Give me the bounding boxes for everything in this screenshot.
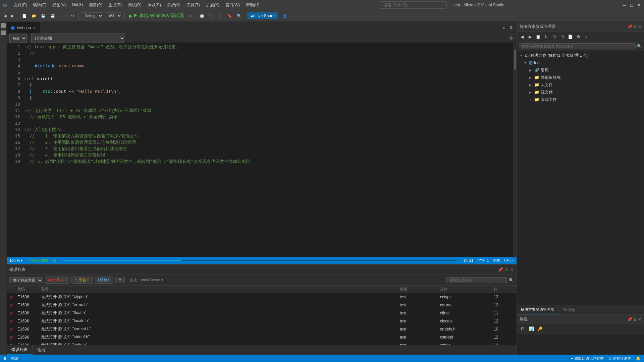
status-col[interactable]: 字符: 1	[477, 258, 489, 263]
se-filter-btn[interactable]: ⚙	[575, 33, 582, 41]
error-filter-select[interactable]: 整个解决方案	[9, 277, 43, 283]
col-project[interactable]: 项目	[400, 287, 440, 292]
menu-edit[interactable]: 编辑(E)	[30, 2, 49, 9]
se-menu-btn[interactable]: ≡	[583, 33, 590, 41]
status-add-source[interactable]: + 添加到源代码管理	[571, 356, 603, 361]
activity-icon-1[interactable]	[1, 23, 6, 28]
tab-close-btn[interactable]: ✕	[33, 26, 36, 30]
account-btn[interactable]: 👤	[281, 13, 289, 19]
forward-btn[interactable]: ▶	[9, 13, 15, 19]
editor-scrollbar[interactable]	[513, 43, 517, 257]
se-refresh-btn[interactable]: ↻	[542, 33, 550, 41]
se-float-btn[interactable]: ⧉	[634, 24, 637, 29]
props-key-btn[interactable]: 🔑	[536, 325, 544, 333]
error-count-badge[interactable]: ⊘ 错误 477	[45, 277, 69, 284]
menu-help[interactable]: 帮助(H)	[243, 2, 262, 9]
maximize-btn[interactable]: □	[629, 3, 634, 7]
tree-source-files[interactable]: ▶ 📁 源文件	[517, 88, 644, 96]
save-btn[interactable]: 💾	[39, 13, 47, 19]
tab-output[interactable]: 输出	[33, 345, 50, 355]
bookmark-btn[interactable]: 🔖	[226, 13, 234, 19]
status-zoom[interactable]: 100 % ▾	[9, 258, 23, 263]
error-row[interactable]: ⊘ E1696 无法打开 源 文件 "stdio.h" test cstdio …	[7, 341, 517, 345]
error-search-input[interactable]	[446, 277, 507, 283]
se-new-file-btn[interactable]: 📄	[567, 33, 574, 41]
props-close-btn[interactable]: ✕	[638, 317, 641, 322]
run-no-debug-btn[interactable]: ▷	[187, 13, 193, 19]
step-in-btn[interactable]: ⬛	[216, 13, 224, 19]
open-btn[interactable]: 📁	[30, 13, 38, 19]
tab-settings-btn[interactable]: ⚙	[508, 25, 515, 31]
error-row[interactable]: ⊘ E1696 无法打开 源 文件 "locale.h" test clocal…	[7, 317, 517, 325]
col-code[interactable]: 代码	[17, 287, 41, 292]
menu-view[interactable]: 视图(V)	[50, 2, 68, 9]
close-btn[interactable]: ✕	[637, 3, 641, 7]
tree-solution-root[interactable]: ▼ 🗂 解决方案 "test"(1 个项目/共 1 个)	[517, 52, 644, 59]
col-file[interactable]: 文件	[440, 287, 494, 292]
filter-icon-btn[interactable]: ⚑	[115, 277, 125, 283]
menu-project[interactable]: 项目(P)	[86, 2, 105, 9]
error-row[interactable]: ⊘ E1696 无法打开 源 文件 "stddef.h" test cstdde…	[7, 333, 517, 341]
menu-debug[interactable]: 调试(D)	[125, 2, 144, 9]
minimize-btn[interactable]: ─	[622, 3, 627, 7]
menu-extensions[interactable]: 扩展(X)	[203, 2, 222, 9]
panel-float-btn[interactable]: ⧉	[505, 267, 508, 273]
live-share-btn[interactable]: ⇄ Live Share	[247, 12, 278, 19]
save-all-btn[interactable]: 💾	[49, 13, 57, 19]
menu-git[interactable]: Git(G)	[69, 2, 86, 9]
redo-btn[interactable]: ↪	[69, 13, 76, 19]
se-close-btn[interactable]: ✕	[638, 24, 641, 29]
tab-git-changes[interactable]: Git 更改	[558, 305, 580, 314]
se-forward-btn[interactable]: ▶	[526, 33, 534, 41]
tree-header-files[interactable]: ▶ 📁 头文件	[517, 81, 644, 88]
tree-project-test[interactable]: ▼ ▦ test	[517, 59, 644, 66]
menu-test[interactable]: 测试(S)	[145, 2, 164, 9]
status-line[interactable]: 行: 21	[464, 258, 473, 263]
breakpoint-btn[interactable]: ⬤	[198, 13, 206, 19]
status-encoding[interactable]: CRLF	[504, 258, 514, 263]
se-collapse-btn[interactable]: ⊟	[558, 33, 566, 41]
platform-select[interactable]: x64	[105, 12, 122, 19]
warning-count-badge[interactable]: ⚠ 警告 0	[71, 277, 92, 284]
activity-icon-2[interactable]	[1, 31, 6, 35]
tree-references[interactable]: ▶ 🔗 引用	[517, 66, 644, 74]
menu-analyze[interactable]: 分析(N)	[164, 2, 183, 9]
props-category-btn[interactable]: 📊	[528, 325, 535, 333]
tab-solution-explorer[interactable]: 解决方案资源管理器	[517, 305, 558, 314]
error-row[interactable]: ⊘ E1696 无法打开 源 文件 "corecrt.h" test crtde…	[7, 325, 517, 333]
se-pin-btn[interactable]: 📌	[627, 24, 632, 29]
status-no-issues[interactable]: ✓ 未找到相关问题	[26, 258, 56, 263]
code-editor[interactable]: ▿// test.cpp : 此文件包含 "main" 函数。程序执行将在此处开…	[23, 43, 513, 257]
message-count-badge[interactable]: ℹ 消息 0	[95, 277, 113, 284]
panel-close-btn[interactable]: ✕	[510, 267, 514, 273]
tab-menu-btn[interactable]: ≡	[501, 25, 506, 31]
undo-btn[interactable]: ↩	[62, 13, 68, 19]
col-desc[interactable]: 说明	[41, 287, 400, 292]
se-search-input[interactable]	[519, 43, 636, 49]
find-btn[interactable]: 🔍	[235, 13, 243, 19]
build-filter-dropdown[interactable]: ▾	[161, 278, 163, 282]
menu-file[interactable]: 文件(F)	[11, 2, 30, 9]
se-search-icon[interactable]: 🔍	[637, 44, 642, 49]
file-context-select[interactable]: test	[9, 34, 27, 43]
run-debugger-btn[interactable]: ▶ ▶ 本地 Windows 调试器	[127, 12, 186, 19]
col-line[interactable]: 行	[494, 287, 514, 292]
editor-body[interactable]: 12345 678910 1112131415 16171819 ▿// tes…	[7, 43, 517, 257]
tree-resource-files[interactable]: ▷ 📁 资源文件	[517, 96, 644, 103]
error-row[interactable]: ⊘ E1696 无法打开 源 文件 "ctype.h" test cctype …	[7, 293, 517, 301]
error-row[interactable]: ⊘ E1696 无法打开 源 文件 "errno.h" test cerrno …	[7, 301, 517, 309]
global-search[interactable]	[380, 1, 447, 9]
status-notification[interactable]: 🔔	[636, 356, 641, 361]
scope-select[interactable]: (全局范围)	[31, 34, 125, 43]
props-sort-btn[interactable]: ⊟	[519, 325, 526, 333]
step-over-btn[interactable]: ⬛	[207, 13, 215, 19]
menu-build[interactable]: 生成(B)	[106, 2, 124, 9]
props-pin-btn[interactable]: 📌	[627, 317, 632, 322]
tree-external-deps[interactable]: ▶ 📁 外部依赖项	[517, 74, 644, 81]
se-sync-btn[interactable]: ⊞	[550, 33, 558, 41]
se-properties-btn[interactable]: 📋	[534, 33, 542, 41]
new-file-btn[interactable]: 📄	[20, 13, 29, 19]
add-btn[interactable]: ➕	[509, 36, 514, 41]
status-indent[interactable]: 空格	[493, 258, 500, 263]
menu-window[interactable]: 窗口(W)	[223, 2, 243, 9]
